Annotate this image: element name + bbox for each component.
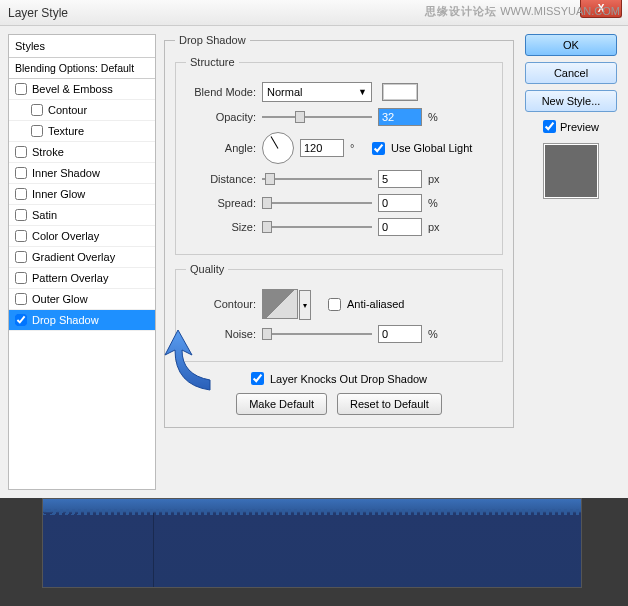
- style-checkbox[interactable]: [15, 209, 27, 221]
- style-item-inner-glow[interactable]: Inner Glow: [9, 184, 155, 205]
- style-item-color-overlay[interactable]: Color Overlay: [9, 226, 155, 247]
- size-slider[interactable]: [262, 220, 372, 234]
- spread-input[interactable]: [378, 194, 422, 212]
- preview-checkbox[interactable]: [543, 120, 556, 133]
- contour-label: Contour:: [186, 298, 256, 310]
- effect-title: Drop Shadow: [175, 34, 250, 46]
- distance-slider[interactable]: [262, 172, 372, 186]
- style-checkbox[interactable]: [15, 188, 27, 200]
- style-checkbox[interactable]: [15, 251, 27, 263]
- style-label: Texture: [48, 125, 84, 137]
- blend-mode-label: Blend Mode:: [186, 86, 256, 98]
- global-light-label: Use Global Light: [391, 142, 472, 154]
- style-item-stroke[interactable]: Stroke: [9, 142, 155, 163]
- style-item-satin[interactable]: Satin: [9, 205, 155, 226]
- spread-slider[interactable]: [262, 196, 372, 210]
- style-label: Satin: [32, 209, 57, 221]
- style-label: Pattern Overlay: [32, 272, 108, 284]
- style-item-gradient-overlay[interactable]: Gradient Overlay: [9, 247, 155, 268]
- opacity-input[interactable]: [378, 108, 422, 126]
- styles-header[interactable]: Styles: [9, 35, 155, 58]
- style-item-drop-shadow[interactable]: Drop Shadow: [9, 310, 155, 331]
- spread-label: Spread:: [186, 197, 256, 209]
- cancel-button[interactable]: Cancel: [525, 62, 617, 84]
- style-item-pattern-overlay[interactable]: Pattern Overlay: [9, 268, 155, 289]
- noise-slider[interactable]: [262, 327, 372, 341]
- shadow-color-swatch[interactable]: [382, 83, 418, 101]
- style-label: Outer Glow: [32, 293, 88, 305]
- anti-aliased-checkbox[interactable]: [328, 298, 341, 311]
- chevron-down-icon: ▼: [358, 87, 367, 97]
- style-label: Inner Shadow: [32, 167, 100, 179]
- effect-panel: Drop Shadow Structure Blend Mode: Normal…: [164, 34, 514, 490]
- size-label: Size:: [186, 221, 256, 233]
- style-item-inner-shadow[interactable]: Inner Shadow: [9, 163, 155, 184]
- style-checkbox[interactable]: [31, 104, 43, 116]
- background-canvas-preview: [42, 498, 582, 588]
- new-style-button[interactable]: New Style...: [525, 90, 617, 112]
- style-label: Contour: [48, 104, 87, 116]
- layer-style-dialog: Layer Style X Styles Blending Options: D…: [0, 0, 628, 498]
- style-label: Gradient Overlay: [32, 251, 115, 263]
- style-checkbox[interactable]: [15, 272, 27, 284]
- distance-label: Distance:: [186, 173, 256, 185]
- noise-label: Noise:: [186, 328, 256, 340]
- drop-shadow-group: Drop Shadow Structure Blend Mode: Normal…: [164, 34, 514, 428]
- watermark: 思缘设计论坛 WWW.MISSYUAN.COM: [425, 4, 620, 19]
- make-default-button[interactable]: Make Default: [236, 393, 327, 415]
- style-checkbox[interactable]: [15, 146, 27, 158]
- dialog-buttons: OK Cancel New Style... Preview: [522, 34, 620, 490]
- style-checkbox[interactable]: [15, 167, 27, 179]
- preview-label: Preview: [560, 121, 599, 133]
- opacity-slider[interactable]: [262, 110, 372, 124]
- reset-default-button[interactable]: Reset to Default: [337, 393, 442, 415]
- style-item-contour[interactable]: Contour: [9, 100, 155, 121]
- opacity-label: Opacity:: [186, 111, 256, 123]
- noise-input[interactable]: [378, 325, 422, 343]
- size-input[interactable]: [378, 218, 422, 236]
- styles-list: Styles Blending Options: Default Bevel &…: [8, 34, 156, 490]
- knockout-label: Layer Knocks Out Drop Shadow: [270, 373, 427, 385]
- knockout-checkbox[interactable]: [251, 372, 264, 385]
- style-item-outer-glow[interactable]: Outer Glow: [9, 289, 155, 310]
- style-checkbox[interactable]: [15, 83, 27, 95]
- style-label: Color Overlay: [32, 230, 99, 242]
- style-label: Drop Shadow: [32, 314, 99, 326]
- blend-mode-select[interactable]: Normal▼: [262, 82, 372, 102]
- chevron-down-icon[interactable]: ▾: [299, 290, 311, 320]
- style-label: Inner Glow: [32, 188, 85, 200]
- style-checkbox[interactable]: [15, 314, 27, 326]
- style-item-bevel-emboss[interactable]: Bevel & Emboss: [9, 79, 155, 100]
- angle-dial[interactable]: [262, 132, 294, 164]
- ok-button[interactable]: OK: [525, 34, 617, 56]
- structure-group: Structure Blend Mode: Normal▼ Opacity: %: [175, 56, 503, 255]
- style-checkbox[interactable]: [15, 230, 27, 242]
- blending-options-row[interactable]: Blending Options: Default: [9, 58, 155, 79]
- style-label: Stroke: [32, 146, 64, 158]
- contour-picker[interactable]: ▾: [262, 289, 298, 319]
- window-title: Layer Style: [8, 6, 68, 20]
- preview-swatch: [543, 143, 599, 199]
- quality-group: Quality Contour: ▾ Anti-aliased Noise: %: [175, 263, 503, 362]
- global-light-checkbox[interactable]: [372, 142, 385, 155]
- distance-input[interactable]: [378, 170, 422, 188]
- style-item-texture[interactable]: Texture: [9, 121, 155, 142]
- style-label: Bevel & Emboss: [32, 83, 113, 95]
- style-checkbox[interactable]: [15, 293, 27, 305]
- style-checkbox[interactable]: [31, 125, 43, 137]
- angle-label: Angle:: [186, 142, 256, 154]
- angle-input[interactable]: [300, 139, 344, 157]
- anti-aliased-label: Anti-aliased: [347, 298, 404, 310]
